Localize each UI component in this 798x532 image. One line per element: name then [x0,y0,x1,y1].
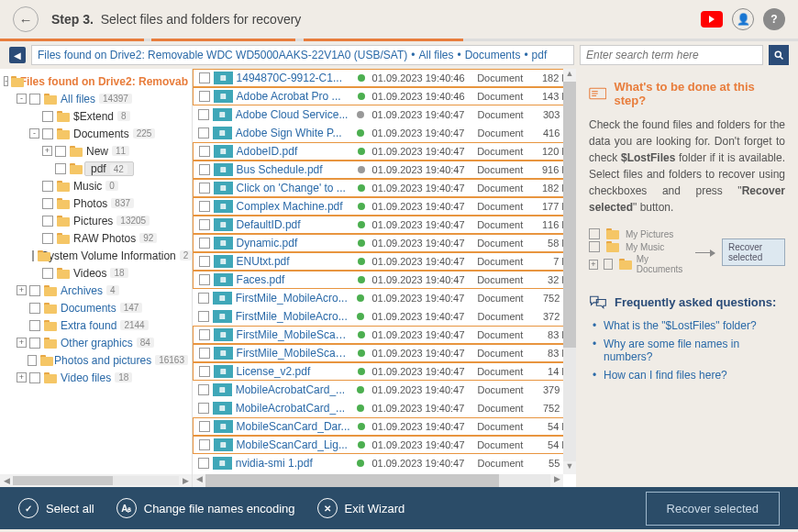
change-encoding-button[interactable]: AᵦChange file names encoding [116,498,295,518]
tree-item[interactable]: Photos837 [0,194,192,212]
tree-item[interactable]: +Archives4 [0,282,192,299]
file-date: 01.09.2023 19:40:47 [372,183,478,194]
tree-item[interactable]: Documents147 [0,299,192,316]
file-type: Document [478,384,532,395]
file-type-icon: ▤ [214,273,233,286]
user-icon[interactable]: 👤 [732,8,754,30]
page-title: Step 3. Select files and folders for rec… [51,12,301,27]
faq-list: What is the "$LostFiles" folder?Why are … [589,316,785,384]
tree-item[interactable]: +New11 [0,142,192,160]
file-row[interactable]: ▤Bus Schedule.pdf01.09.2023 19:40:47Docu… [193,161,576,179]
tree-item[interactable]: Pictures13205 [0,212,192,229]
file-date: 01.09.2023 19:40:47 [372,219,478,230]
file-date: 01.09.2023 19:40:47 [372,201,478,212]
file-type-icon: ▤ [214,255,233,268]
file-row[interactable]: ▤ENUtxt.pdf01.09.2023 19:40:47Document7 … [193,252,576,271]
file-name: Dynamic.pdf [237,237,350,249]
file-type: Document [477,183,531,194]
file-type-icon: ▤ [214,237,233,249]
select-all-button[interactable]: ✓Select all [18,498,94,518]
status-dot [358,203,365,210]
file-type: Document [477,164,531,175]
file-row[interactable]: ▤MobileAcrobatCard_...01.09.2023 19:40:4… [193,399,576,417]
file-type: Document [477,256,531,267]
file-type-icon: ▤ [214,328,233,341]
path-back-button[interactable]: ◀ [9,47,26,63]
search-input[interactable] [581,49,762,61]
exit-wizard-button[interactable]: ✕Exit Wizard [317,498,405,518]
faq-title: Frequently asked questions: [589,294,785,309]
tree-item[interactable]: Extra found2144 [0,316,192,334]
faq-item[interactable]: Why are some file names in numbers? [593,335,785,366]
tree-item[interactable]: -Files found on Drive2: Removab [0,72,192,90]
tree-item[interactable]: -All files14397 [0,90,192,107]
file-date: 01.09.2023 19:40:47 [371,384,477,395]
file-date: 01.09.2023 19:40:47 [372,256,478,267]
tree-item[interactable]: RAW Photos92 [0,229,192,247]
file-row[interactable]: ▤Dynamic.pdf01.09.2023 19:40:47Document5… [193,234,576,252]
file-row[interactable]: ▤Adobe Acrobat Pro ...01.09.2023 19:40:4… [193,87,576,105]
file-row[interactable]: ▤Complex Machine.pdf01.09.2023 19:40:47D… [193,197,576,216]
file-type-icon: ▤ [213,127,232,139]
recover-selected-button[interactable]: Recover selected [646,492,780,526]
file-date: 01.09.2023 19:40:47 [372,274,478,285]
file-row[interactable]: ▤FirstMile_MobileAcro...01.09.2023 19:40… [193,307,576,326]
file-name: License_v2.pdf [237,365,350,378]
file-row[interactable]: ▤DefaultID.pdf01.09.2023 19:40:47Documen… [193,216,576,234]
file-scroll-vertical[interactable]: ▲▼ [563,69,576,474]
file-row[interactable]: ▤Adobe Sign White P...01.09.2023 19:40:4… [193,124,576,142]
file-type: Document [477,439,531,450]
status-dot [358,423,365,430]
tree-item[interactable]: Photos and pictures16163 [0,351,192,369]
tree-item[interactable]: System Volume Information2 [0,247,192,264]
file-type-icon: ▤ [214,347,233,360]
tree-item[interactable]: Music0 [0,177,192,194]
tree-scroll-horizontal[interactable]: ◀▶ [0,474,192,487]
status-dot [358,221,365,228]
tree-item[interactable]: -Documents225 [0,125,192,142]
file-type: Document [478,109,532,120]
tree-item[interactable]: +Other graphics84 [0,334,192,351]
file-scroll-horizontal[interactable]: ◀▶ [193,474,563,487]
help-panel: What's to be done at this step? Check th… [576,69,798,487]
help-title: What's to be done at this step? [589,80,785,107]
file-row[interactable]: ▤FirstMile_MobileAcro...01.09.2023 19:40… [193,289,576,307]
file-type: Document [477,91,531,102]
youtube-icon[interactable] [701,11,723,28]
breadcrumb[interactable]: Files found on Drive2: Removable WDC WD5… [31,45,574,65]
status-dot [358,166,365,173]
faq-item[interactable]: How can I find files here? [593,366,785,384]
file-name: FirstMile_MobileAcro... [236,292,350,305]
file-name: MobileAcrobatCard_... [236,402,350,415]
file-type-icon: ▤ [214,182,233,194]
file-row[interactable]: ▤AdobeID.pdf01.09.2023 19:40:47Document1… [193,142,576,161]
file-row[interactable]: ▤Click on 'Change' to ...01.09.2023 19:4… [193,179,576,197]
file-type: Document [477,366,531,377]
tree-item[interactable]: $Extend8 [0,107,192,125]
file-row[interactable]: ▤MobileScanCard_Dar...01.09.2023 19:40:4… [193,417,576,436]
file-row[interactable]: ▤nvidia-smi 1.pdf01.09.2023 19:40:47Docu… [193,454,576,472]
folder-tree: -Files found on Drive2: Removab-All file… [0,69,193,487]
tree-item[interactable]: +Video files18 [0,369,192,386]
file-row[interactable]: ▤MobileAcrobatCard_...01.09.2023 19:40:4… [193,381,576,399]
file-row[interactable]: ▤FirstMile_MobileScan...01.09.2023 19:40… [193,344,576,362]
help-icon[interactable]: ? [763,8,785,30]
file-row[interactable]: ▤License_v2.pdf01.09.2023 19:40:47Docume… [193,362,576,381]
file-type: Document [478,403,532,414]
file-row[interactable]: ▤MobileScanCard_Lig...01.09.2023 19:40:4… [193,436,576,454]
faq-item[interactable]: What is the "$LostFiles" folder? [593,316,785,335]
status-dot [358,331,365,338]
search-button[interactable] [769,45,789,65]
file-row[interactable]: ▤1494870C-9912-C1...01.09.2023 19:40:46D… [193,69,576,87]
file-row[interactable]: ▤Adobe Cloud Service...01.09.2023 19:40:… [193,105,576,124]
back-button[interactable]: ← [13,6,39,32]
file-row[interactable]: ▤Faces.pdf01.09.2023 19:40:47Document32 … [193,271,576,289]
file-type-icon: ▤ [214,145,233,158]
tree-item[interactable]: Videos18 [0,264,192,282]
file-name: AdobeID.pdf [237,145,350,158]
tree-item[interactable]: pdf42 [0,160,192,177]
file-row[interactable]: ▤FirstMile_MobileScan...01.09.2023 19:40… [193,326,576,344]
file-type: Document [477,146,531,157]
file-type: Document [477,421,531,432]
status-dot [357,405,364,412]
